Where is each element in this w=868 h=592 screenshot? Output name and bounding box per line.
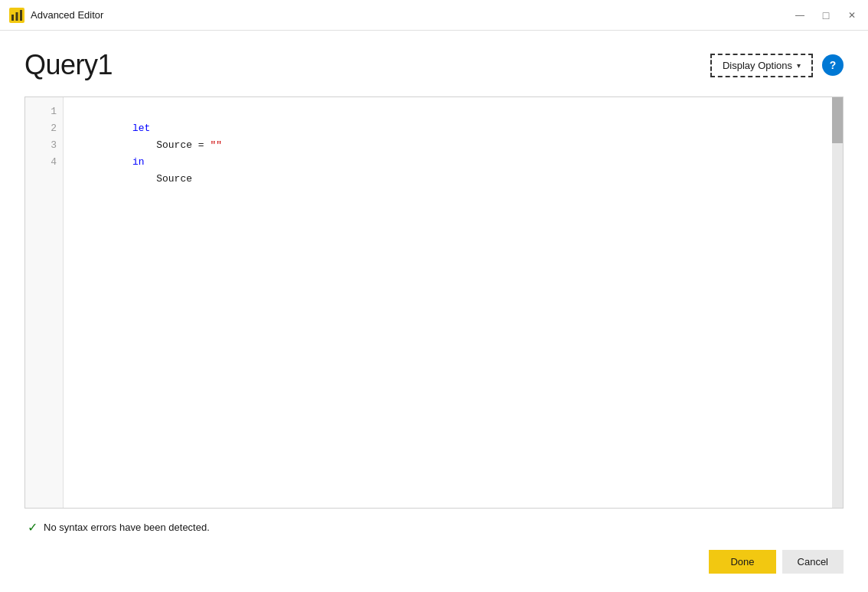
check-icon: ✓ bbox=[28, 520, 38, 535]
code-source-assign: Source = bbox=[132, 139, 210, 151]
display-options-button[interactable]: Display Options ▾ bbox=[710, 54, 813, 77]
app-icon bbox=[9, 8, 24, 23]
query-header: Query1 Display Options ▾ ? bbox=[24, 49, 844, 81]
status-bar: ✓ No syntax errors have been detected. bbox=[24, 513, 844, 541]
line-number-1: 1 bbox=[51, 103, 57, 120]
title-bar: Advanced Editor bbox=[0, 0, 868, 31]
display-options-label: Display Options bbox=[723, 60, 792, 71]
dropdown-arrow-icon: ▾ bbox=[797, 61, 801, 70]
maximize-button[interactable] bbox=[819, 8, 833, 22]
code-source-ref: Source bbox=[132, 173, 192, 185]
minimize-button[interactable] bbox=[793, 8, 807, 22]
window-controls bbox=[793, 8, 859, 22]
scrollbar-track-empty bbox=[832, 143, 843, 508]
editor-body[interactable]: let Source = "" in Source bbox=[64, 97, 832, 508]
content-area: Query1 Display Options ▾ ? 1 2 3 4 let bbox=[0, 31, 868, 592]
code-line-4: Source bbox=[73, 154, 823, 171]
vertical-scrollbar[interactable] bbox=[832, 97, 843, 508]
keyword-in: in bbox=[132, 156, 145, 168]
header-actions: Display Options ▾ ? bbox=[710, 54, 844, 77]
query-title: Query1 bbox=[24, 49, 113, 81]
status-message: No syntax errors have been detected. bbox=[44, 522, 210, 533]
footer-actions: Done Cancel bbox=[24, 541, 844, 577]
line-number-3: 3 bbox=[51, 137, 57, 154]
svg-rect-2 bbox=[16, 12, 18, 21]
window-title: Advanced Editor bbox=[31, 9, 793, 21]
code-line-2: Source = "" bbox=[73, 120, 823, 137]
svg-rect-3 bbox=[20, 10, 22, 21]
advanced-editor-window: Advanced Editor Query1 Display Options ▾… bbox=[0, 0, 868, 592]
svg-rect-1 bbox=[11, 15, 14, 21]
cancel-button[interactable]: Cancel bbox=[782, 550, 844, 574]
line-numbers: 1 2 3 4 bbox=[25, 97, 64, 508]
close-button[interactable] bbox=[845, 8, 859, 22]
code-editor[interactable]: 1 2 3 4 let Source = "" in Source bbox=[24, 96, 844, 509]
done-button[interactable]: Done bbox=[709, 550, 775, 574]
code-string-value: "" bbox=[210, 139, 222, 151]
help-button[interactable]: ? bbox=[822, 54, 844, 76]
keyword-let: let bbox=[132, 123, 150, 134]
line-number-2: 2 bbox=[51, 120, 57, 137]
line-number-4: 4 bbox=[51, 154, 57, 171]
code-line-1: let bbox=[73, 103, 823, 120]
scrollbar-thumb[interactable] bbox=[832, 97, 843, 143]
